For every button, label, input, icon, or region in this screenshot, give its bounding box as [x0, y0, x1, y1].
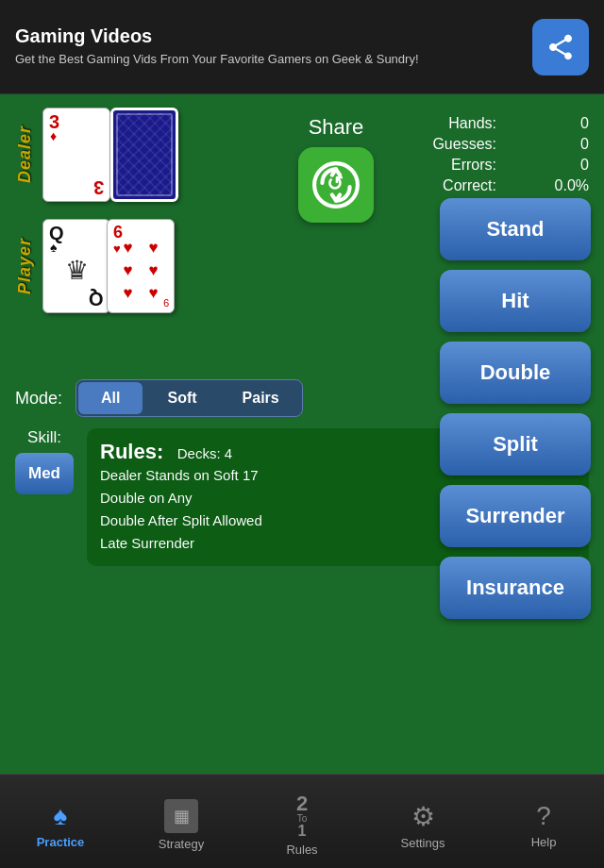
bottom-nav: ♠ Practice ▦ Strategy 2 To 1 Rules ⚙ Set…: [0, 774, 604, 868]
dealer-label: Dealer: [15, 125, 35, 183]
rules-icon: 2 To 1: [296, 793, 308, 839]
mode-soft-button[interactable]: Soft: [144, 380, 219, 416]
rules-title: Rules:: [100, 440, 163, 463]
stand-button[interactable]: Stand: [440, 198, 591, 260]
grid-icon: ▦: [174, 806, 190, 826]
help-icon: ?: [536, 801, 551, 831]
rules-decks: Decks: 4: [177, 445, 232, 461]
dealer-card-1: 3 ♦ 3: [42, 108, 110, 202]
skill-area: Skill: Med: [15, 428, 74, 494]
card-back-pattern: [116, 113, 173, 196]
action-buttons: Stand Hit Double Split Surrender Insuran…: [440, 198, 591, 619]
ad-title: Gaming Videos: [15, 25, 521, 47]
hands-label: Hands:: [421, 115, 496, 132]
ad-banner[interactable]: Gaming Videos Get the Best Gaming Vids F…: [0, 0, 604, 94]
spade-icon: ♠: [54, 801, 68, 831]
hands-stat: Hands: 0: [421, 115, 589, 132]
pip: ♥: [123, 239, 132, 258]
ad-share-button[interactable]: [532, 19, 589, 75]
player-label: Player: [15, 238, 35, 294]
hands-value: 0: [551, 115, 589, 132]
card-suit: ♦: [50, 129, 57, 142]
card-corner-value: 9: [163, 297, 169, 309]
double-button[interactable]: Double: [440, 342, 591, 404]
pip: ♥: [123, 261, 132, 280]
dealer-row: Dealer 3 ♦ 3: [15, 108, 260, 202]
errors-stat: Errors: 0: [421, 157, 589, 174]
svg-text:↺: ↺: [327, 173, 344, 194]
player-cards: Q ♠ ♛ Q 6 ♥ ♥ ♥ ♥: [42, 219, 175, 313]
hit-button[interactable]: Hit: [440, 270, 591, 332]
pip: ♥: [148, 284, 158, 303]
errors-value: 0: [551, 157, 589, 174]
dealer-cards: 3 ♦ 3: [42, 108, 178, 202]
skill-button[interactable]: Med: [15, 453, 74, 494]
ad-subtitle: Get the Best Gaming Vids From Your Favor…: [15, 51, 521, 68]
correct-stat: Correct: 0.0%: [421, 177, 589, 194]
card-suit: ♠: [50, 241, 57, 254]
player-card-1: Q ♠ ♛ Q: [42, 219, 110, 313]
mode-pairs-button[interactable]: Pairs: [220, 380, 302, 416]
player-card-2: 6 ♥ ♥ ♥ ♥ ♥ ♥ ♥ 9: [107, 219, 175, 313]
share-area: Share ↺: [260, 108, 411, 368]
queen-figure: ♛: [65, 255, 89, 286]
pip: ♥: [123, 284, 132, 303]
gear-icon: ⚙: [411, 801, 435, 832]
guesses-label: Guesses:: [421, 136, 496, 153]
nav-settings[interactable]: ⚙ Settings: [362, 775, 483, 868]
share-label: Share: [309, 115, 364, 140]
surrender-button[interactable]: Surrender: [440, 485, 591, 547]
correct-value: 0.0%: [551, 177, 589, 194]
nav-rules[interactable]: 2 To 1 Rules: [242, 775, 362, 868]
ad-text: Gaming Videos Get the Best Gaming Vids F…: [15, 25, 521, 68]
insurance-button[interactable]: Insurance: [440, 557, 591, 619]
nav-help-label: Help: [531, 835, 557, 849]
nav-strategy[interactable]: ▦ Strategy: [121, 775, 242, 868]
dealer-card-back: [110, 108, 178, 202]
mode-selector: All Soft Pairs: [76, 379, 303, 417]
mode-label: Mode:: [15, 389, 62, 409]
share-button[interactable]: ↺: [298, 147, 374, 223]
share-icon: [545, 32, 576, 62]
nav-practice-label: Practice: [37, 835, 85, 849]
pip: ♥: [148, 261, 158, 280]
player-row: Player Q ♠ ♛ Q 6 ♥: [15, 219, 260, 313]
skill-label: Skill:: [27, 428, 61, 447]
nav-strategy-label: Strategy: [159, 837, 204, 851]
pip: ♥: [148, 239, 158, 258]
nav-practice[interactable]: ♠ Practice: [0, 775, 121, 868]
strategy-icon: ▦: [164, 799, 198, 833]
split-button[interactable]: Split: [440, 413, 591, 476]
card-value-bottom: 3: [93, 178, 104, 197]
cards-area: Dealer 3 ♦ 3 Player: [15, 108, 260, 368]
game-area: Dealer 3 ♦ 3 Player: [0, 94, 604, 774]
share-app-icon: ↺: [312, 161, 360, 209]
correct-label: Correct:: [421, 177, 496, 194]
nav-help[interactable]: ? Help: [483, 775, 604, 868]
errors-label: Errors:: [421, 157, 496, 174]
guesses-stat: Guesses: 0: [421, 136, 589, 153]
guesses-value: 0: [551, 136, 589, 153]
nav-rules-label: Rules: [286, 843, 317, 857]
nav-settings-label: Settings: [401, 836, 445, 850]
card-value-bottom: Q: [89, 290, 104, 309]
mode-all-button[interactable]: All: [78, 382, 143, 414]
